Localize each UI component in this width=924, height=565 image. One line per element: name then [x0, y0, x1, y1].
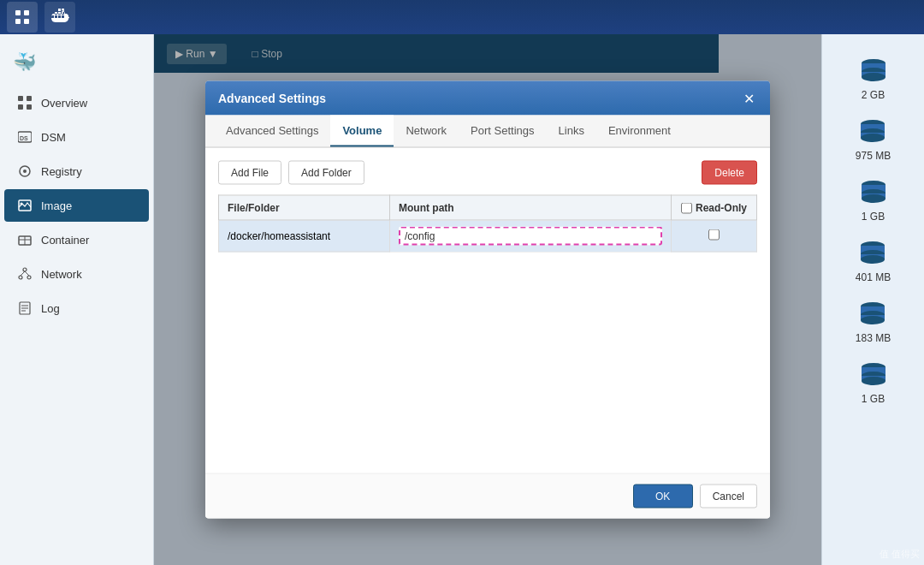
sidebar-item-container[interactable]: Container — [4, 223, 149, 256]
read-only-header-checkbox[interactable] — [681, 202, 692, 213]
svg-point-30 — [862, 73, 886, 81]
toolbar-left: Add File Add Folder — [218, 161, 364, 185]
right-panel: 2 GB 975 MB — [821, 34, 924, 565]
svg-rect-3 — [24, 19, 29, 24]
dsm-icon: DS — [17, 129, 33, 145]
col-read-only: Read-Only — [672, 195, 757, 220]
advanced-settings-dialog: Advanced Settings ✕ Advanced Settings Vo… — [205, 81, 770, 519]
storage-label-1: 975 MB — [856, 150, 891, 162]
dialog-titlebar: Advanced Settings ✕ — [205, 81, 770, 116]
sidebar-item-image-label: Image — [41, 199, 72, 212]
sidebar-item-container-label: Container — [41, 234, 89, 247]
storage-item-1[interactable]: 975 MB — [849, 112, 897, 169]
sidebar-item-dsm-label: DSM — [41, 131, 66, 144]
watermark: 值 值得买 — [880, 548, 920, 561]
storage-label-2: 1 GB — [862, 211, 885, 223]
sidebar: 🐳 Overview DS DSM — [0, 34, 154, 565]
tab-volume[interactable]: Volume — [330, 116, 394, 147]
cell-mount-path — [390, 220, 672, 252]
registry-icon — [17, 164, 33, 179]
tab-environment[interactable]: Environment — [596, 116, 683, 147]
content-background: ▶ Run ▼ □ Stop Advanced Settings ✕ Advan… — [154, 34, 821, 565]
storage-item-5[interactable]: 1 GB — [851, 355, 896, 412]
mount-path-input[interactable] — [405, 230, 656, 242]
log-icon — [17, 300, 33, 316]
taskbar-docker-icon[interactable] — [44, 2, 75, 33]
svg-rect-7 — [27, 104, 32, 110]
dialog-title: Advanced Settings — [218, 92, 326, 105]
tab-advanced-settings[interactable]: Advanced Settings — [214, 116, 330, 147]
svg-point-55 — [862, 377, 886, 385]
image-icon — [17, 198, 33, 213]
storage-icon-5 — [858, 362, 889, 390]
storage-icon-4 — [857, 301, 888, 330]
svg-rect-2 — [15, 19, 21, 24]
storage-label-4: 183 MB — [856, 332, 891, 344]
sidebar-item-log[interactable]: Log — [4, 292, 149, 324]
mount-path-input-wrap — [399, 227, 662, 246]
read-only-checkbox[interactable] — [708, 229, 720, 241]
svg-rect-5 — [27, 96, 32, 101]
storage-item-0[interactable]: 2 GB — [851, 51, 896, 108]
storage-item-2[interactable]: 1 GB — [851, 173, 896, 229]
col-file-folder: File/Folder — [219, 195, 390, 220]
table-row: /docker/homeassistant — [219, 220, 757, 252]
col-mount-path: Mount path — [390, 195, 672, 220]
dialog-body: Add File Add Folder Delete File/Folder M… — [205, 148, 770, 473]
delete-button[interactable]: Delete — [702, 161, 757, 185]
tab-port-settings[interactable]: Port Settings — [459, 116, 546, 147]
sidebar-logo: 🐳 — [0, 43, 153, 86]
svg-point-50 — [861, 316, 885, 324]
network-icon — [17, 266, 33, 282]
taskbar-grid-icon[interactable] — [7, 2, 38, 33]
sidebar-item-network-label: Network — [41, 268, 82, 281]
svg-point-13 — [21, 203, 23, 205]
storage-icon-0 — [858, 58, 889, 86]
sidebar-item-overview[interactable]: Overview — [4, 86, 149, 119]
tab-network[interactable]: Network — [394, 116, 459, 147]
container-icon — [17, 232, 33, 247]
toolbar-row: Add File Add Folder Delete — [218, 161, 757, 185]
storage-label-0: 2 GB — [862, 89, 885, 101]
svg-point-40 — [862, 194, 886, 203]
sidebar-item-registry[interactable]: Registry — [4, 155, 149, 187]
watermark-text: 值 值得买 — [880, 549, 920, 559]
svg-point-35 — [861, 134, 885, 142]
svg-line-20 — [21, 271, 25, 276]
dialog-close-button[interactable]: ✕ — [740, 90, 757, 107]
svg-point-45 — [861, 255, 885, 264]
cell-file-folder: /docker/homeassistant — [219, 220, 390, 252]
storage-label-3: 401 MB — [856, 271, 891, 283]
storage-icon-1 — [857, 119, 888, 147]
add-file-button[interactable]: Add File — [218, 161, 281, 185]
storage-item-4[interactable]: 183 MB — [849, 294, 897, 351]
main-area: 🐳 Overview DS DSM — [0, 34, 924, 565]
storage-label-5: 1 GB — [862, 393, 885, 405]
tab-links[interactable]: Links — [547, 116, 596, 147]
overview-icon — [17, 95, 33, 110]
svg-text:DS: DS — [20, 135, 28, 141]
svg-point-19 — [27, 276, 31, 279]
volume-table: File/Folder Mount path Read-Only — [218, 195, 757, 253]
svg-line-21 — [25, 271, 29, 276]
ok-button[interactable]: OK — [633, 485, 693, 508]
svg-rect-4 — [18, 96, 23, 101]
taskbar — [0, 0, 924, 34]
cancel-button[interactable]: Cancel — [700, 485, 757, 508]
svg-point-18 — [19, 276, 22, 279]
sidebar-item-registry-label: Registry — [41, 165, 82, 178]
storage-icon-2 — [858, 180, 889, 208]
cell-read-only — [672, 220, 757, 252]
storage-icon-3 — [857, 241, 888, 269]
sidebar-item-network[interactable]: Network — [4, 258, 149, 290]
sidebar-item-dsm[interactable]: DS DSM — [4, 121, 149, 153]
sidebar-item-overview-label: Overview — [41, 97, 87, 110]
svg-point-17 — [23, 268, 27, 271]
dialog-footer: OK Cancel — [205, 473, 770, 519]
svg-rect-1 — [24, 10, 29, 15]
add-folder-button[interactable]: Add Folder — [288, 161, 364, 185]
svg-rect-6 — [18, 104, 23, 110]
storage-item-3[interactable]: 401 MB — [849, 234, 897, 290]
svg-point-11 — [23, 170, 27, 173]
sidebar-item-image[interactable]: Image — [4, 189, 149, 222]
